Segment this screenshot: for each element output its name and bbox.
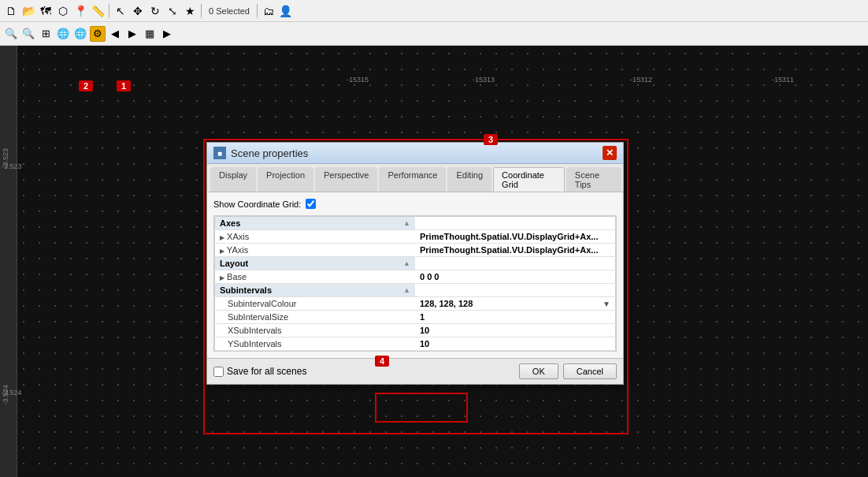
row-ysubintervals: YSubIntervals 10 [215, 337, 616, 351]
prop-table: Axes ▲ ▶ XAxis PrimeThought.Spatial.VU.D… [214, 216, 616, 351]
dialog-app-icon: ■ [213, 147, 226, 159]
tab-coordinate-grid[interactable]: Coordinate Grid [493, 167, 565, 192]
show-grid-checkbox[interactable] [306, 199, 316, 209]
save-all-scenes-label: Save for all scenes [227, 366, 306, 377]
yaxis-expand-icon[interactable]: ▶ [220, 248, 224, 255]
show-grid-label: Show Coordinate Grid: [213, 199, 301, 209]
layout-collapse-icon[interactable]: ▲ [403, 259, 410, 267]
subintervals-collapse-icon[interactable]: ▲ [403, 286, 410, 294]
badge-1: 1 [117, 80, 131, 91]
dialog-icon-letter: ■ [217, 149, 222, 158]
icon-gear[interactable]: ⚙ [90, 26, 106, 42]
row-base: ▶ Base 0 0 0 [215, 270, 616, 284]
canvas-area: -3.523 -3.524 -15315 -15313 -15312 -1531… [0, 46, 868, 477]
xsubintervals-val: 10 [415, 324, 616, 337]
section-axes-label: Axes [220, 218, 240, 228]
xaxis-expand-icon[interactable]: ▶ [220, 234, 224, 241]
icon-user[interactable]: 👤 [278, 3, 294, 19]
icon-star[interactable]: ★ [182, 3, 198, 19]
xaxis-val: PrimeThought.Spatial.VU.DisplayGrid+Ax..… [415, 230, 616, 244]
dialog-close-button[interactable]: ✕ [603, 146, 617, 160]
row-subinterval-size: SubIntervalSize 1 [215, 311, 616, 324]
scene-properties-dialog: ■ Scene properties ✕ Display Projection … [206, 142, 624, 385]
tab-display[interactable]: Display [210, 167, 256, 192]
save-all-scenes-checkbox[interactable] [213, 367, 224, 377]
section-layout: Layout ▲ [215, 257, 616, 270]
icon-select[interactable]: ↖ [113, 3, 128, 19]
ok-button[interactable]: OK [519, 363, 558, 379]
colour-dropdown-icon[interactable]: ▼ [603, 300, 610, 308]
icon-globe[interactable]: 🌐 [55, 26, 71, 42]
row-xaxis: ▶ XAxis PrimeThought.Spatial.VU.DisplayG… [215, 230, 616, 244]
badge-4: 4 [375, 356, 389, 367]
tab-performance[interactable]: Performance [379, 167, 446, 192]
ruler-left-3524: -3.524 [2, 389, 22, 397]
xsubintervals-key: XSubIntervals [215, 324, 416, 337]
icon-map[interactable]: 🗺 [38, 3, 54, 19]
row-subinterval-colour: SubintervalColour 128, 128, 128 ▼ [215, 297, 616, 311]
dialog-footer: Save for all scenes OK Cancel [207, 358, 623, 384]
ruler-num-15312: -15312 [630, 76, 652, 84]
dialog-titlebar: ■ Scene properties ✕ [207, 143, 623, 164]
icon-ruler[interactable]: 📏 [90, 3, 106, 19]
base-val: 0 0 0 [415, 270, 616, 284]
show-grid-row: Show Coordinate Grid: [213, 199, 617, 209]
icon-grid[interactable]: ▦ [142, 26, 158, 42]
icon-file-new[interactable]: 🗋 [3, 3, 19, 19]
prop-scroll-area[interactable]: Axes ▲ ▶ XAxis PrimeThought.Spatial.VU.D… [213, 215, 617, 352]
cancel-button[interactable]: Cancel [563, 363, 617, 379]
icon-arrow-right[interactable]: ▶ [124, 26, 140, 42]
subinterval-colour-val: 128, 128, 128 [420, 299, 473, 308]
icon-zoom-in[interactable]: 🔍 [3, 26, 19, 42]
selected-count-label: 0 Selected [205, 3, 254, 19]
ysubintervals-key: YSubIntervals [215, 337, 416, 351]
tab-perspective[interactable]: Perspective [315, 167, 377, 192]
axes-collapse-icon[interactable]: ▲ [403, 219, 410, 227]
yaxis-val: PrimeThought.Spatial.VU.DisplayGrid+Ax..… [415, 244, 616, 257]
ruler-left: -3.523 -3.524 [0, 46, 17, 477]
sep2 [201, 4, 202, 18]
icon-arrow-left[interactable]: ◀ [107, 26, 123, 42]
ruler-num-15315: -15315 [347, 76, 369, 84]
section-layout-label: Layout [220, 259, 248, 268]
tab-projection[interactable]: Projection [258, 167, 313, 192]
ruler-left-3523: -3.523 [2, 162, 22, 170]
ruler-num-15313: -15313 [473, 76, 495, 84]
icon-globe2[interactable]: 🌐 [72, 26, 88, 42]
ysubintervals-val: 10 [415, 337, 616, 351]
section-subintervals-label: Subintervals [220, 285, 272, 295]
base-expand-icon[interactable]: ▶ [220, 274, 224, 281]
toolbar-second: 🔍 🔍 ⊞ 🌐 🌐 ⚙ ◀ ▶ ▦ ▶ [0, 22, 868, 46]
base-key-label: Base [227, 272, 247, 281]
icon-play[interactable]: ▶ [159, 26, 175, 42]
icon-network[interactable]: ⬡ [55, 3, 71, 19]
icon-move[interactable]: ✥ [130, 3, 146, 19]
icon-scale[interactable]: ⤡ [165, 3, 180, 19]
dialog-title-left: ■ Scene properties [213, 147, 308, 159]
colour-val-row: 128, 128, 128 ▼ [420, 299, 610, 308]
dialog-title-text: Scene properties [231, 147, 308, 159]
footer-left: Save for all scenes [213, 366, 514, 377]
sep3 [257, 4, 258, 18]
dialog-content: Show Coordinate Grid: Axes ▲ ▶ [207, 192, 623, 358]
tab-scene-tips[interactable]: Scene Tips [566, 167, 621, 192]
section-axes: Axes ▲ [215, 217, 616, 230]
sep1 [109, 4, 109, 18]
badge-2: 2 [79, 80, 93, 91]
subinterval-size-val: 1 [415, 311, 616, 324]
tab-editing[interactable]: Editing [447, 167, 491, 192]
row-yaxis: ▶ YAxis PrimeThought.Spatial.VU.DisplayG… [215, 244, 616, 257]
icon-zoom-fit[interactable]: ⊞ [38, 26, 54, 42]
xaxis-key-label: XAxis [227, 232, 249, 241]
toolbar-top: 🗋 📂 🗺 ⬡ 📍 📏 ↖ ✥ ↻ ⤡ ★ 0 Selected 🗂 👤 [0, 0, 868, 22]
subinterval-colour-key: SubintervalColour [215, 297, 416, 311]
yaxis-key-label: YAxis [227, 245, 248, 255]
icon-open[interactable]: 📂 [20, 3, 36, 19]
icon-layers[interactable]: 🗂 [261, 3, 276, 19]
icon-pin[interactable]: 📍 [72, 3, 88, 19]
icon-rotate[interactable]: ↻ [147, 3, 163, 19]
section-subintervals: Subintervals ▲ [215, 284, 616, 297]
row-xsubintervals: XSubIntervals 10 [215, 324, 616, 337]
badge-3: 3 [484, 134, 498, 145]
icon-zoom-out[interactable]: 🔍 [20, 26, 36, 42]
